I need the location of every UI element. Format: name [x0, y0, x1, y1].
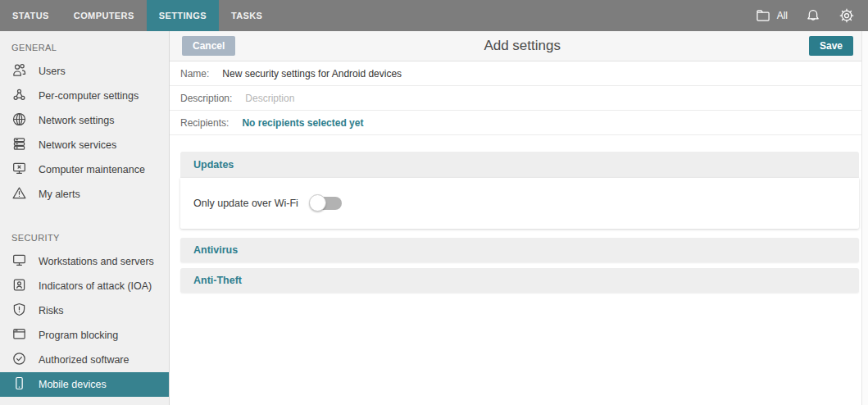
check-circle-icon	[11, 350, 28, 370]
shield-exclamation-icon	[11, 301, 28, 321]
smartphone-icon	[11, 375, 28, 394]
app-window: STATUS COMPUTERS SETTINGS TASKS All	[0, 0, 868, 405]
users-icon	[11, 61, 28, 81]
sidebar-item-per-computer-settings[interactable]: Per-computer settings	[0, 84, 169, 108]
sidebar-item-label: Workstations and servers	[39, 256, 154, 267]
description-input[interactable]	[245, 93, 868, 104]
sidebar: GENERAL Users	[0, 31, 170, 405]
folder-icon	[755, 7, 771, 24]
panel-anti-theft: Anti-Theft	[180, 268, 859, 293]
tab-status[interactable]: STATUS	[0, 0, 61, 31]
wifi-update-label: Only update over Wi-Fi	[193, 198, 298, 209]
sidebar-item-authorized-software[interactable]: Authorized software	[0, 348, 169, 372]
sidebar-item-computer-maintenance[interactable]: Computer maintenance	[0, 157, 169, 182]
tab-settings[interactable]: SETTINGS	[147, 0, 219, 31]
sidebar-item-label: Indicators of attack (IOA)	[39, 280, 152, 292]
panel-anti-theft-header[interactable]: Anti-Theft	[180, 268, 859, 293]
toggle-knob	[309, 194, 326, 212]
notifications-button[interactable]	[805, 7, 821, 24]
sidebar-item-indicators-of-attack[interactable]: Indicators of attack (IOA)	[0, 274, 169, 298]
sidebar-item-label: Authorized software	[39, 354, 129, 366]
sidebar-item-label: Program blocking	[39, 330, 118, 341]
group-filter-label: All	[777, 10, 788, 21]
sidebar-item-label: Mobile devices	[39, 379, 107, 390]
sidebar-item-mobile-devices[interactable]: Mobile devices	[0, 372, 169, 397]
recipients-link[interactable]: No recipients selected yet	[242, 117, 363, 129]
sidebar-item-label: Network settings	[39, 115, 114, 126]
panel-antivirus: Antivirus	[180, 238, 859, 262]
monitor-x-icon	[11, 160, 28, 180]
main-content: Cancel Add settings Save Name: Descripti…	[170, 31, 868, 405]
nodes-icon	[11, 86, 28, 106]
cancel-button[interactable]: Cancel	[182, 36, 235, 56]
sidebar-item-risks[interactable]: Risks	[0, 298, 169, 323]
top-nav: STATUS COMPUTERS SETTINGS TASKS All	[0, 0, 868, 31]
panel-antivirus-header[interactable]: Antivirus	[180, 238, 859, 262]
sidebar-item-label: My alerts	[39, 189, 80, 200]
name-input[interactable]	[222, 68, 868, 80]
gear-icon	[838, 7, 855, 24]
nav-right-icons: All	[755, 0, 868, 31]
panel-updates-header[interactable]: Updates	[180, 152, 859, 178]
sidebar-item-workstations-and-servers[interactable]: Workstations and servers	[0, 249, 169, 274]
sidebar-item-label: Risks	[39, 305, 64, 316]
bell-icon	[805, 7, 821, 24]
sidebar-item-network-services[interactable]: Network services	[0, 133, 169, 157]
recipients-label: Recipients:	[180, 117, 229, 129]
sidebar-section-security: SECURITY	[0, 221, 169, 249]
sidebar-item-label: Computer maintenance	[39, 164, 145, 175]
form-row-name: Name:	[170, 61, 868, 86]
panel-updates-body: Only update over Wi-Fi	[180, 178, 859, 229]
settings-menu-button[interactable]	[838, 7, 855, 24]
sidebar-item-label: Network services	[39, 139, 116, 151]
sidebar-item-network-settings[interactable]: Network settings	[0, 108, 169, 133]
save-button[interactable]: Save	[809, 36, 853, 56]
page-title: Add settings	[235, 38, 809, 54]
name-label: Name:	[180, 68, 209, 80]
settings-panels: Updates Only update over Wi-Fi Antivirus…	[170, 135, 868, 298]
monitor-icon	[11, 252, 28, 271]
form-row-recipients: Recipients: No recipients selected yet	[170, 111, 868, 135]
form-row-description: Description:	[170, 86, 868, 111]
wifi-update-toggle[interactable]	[309, 194, 343, 212]
sidebar-item-my-alerts[interactable]: My alerts	[0, 182, 169, 207]
panel-updates: Updates Only update over Wi-Fi	[180, 152, 859, 229]
sidebar-item-label: Users	[39, 66, 66, 77]
sidebar-item-users[interactable]: Users	[0, 59, 169, 84]
tab-computers[interactable]: COMPUTERS	[61, 0, 147, 31]
server-stack-icon	[11, 135, 28, 155]
id-badge-icon	[11, 276, 28, 296]
sidebar-item-program-blocking[interactable]: Program blocking	[0, 323, 169, 348]
vertical-scrollbar[interactable]	[861, 31, 868, 405]
tab-tasks[interactable]: TASKS	[219, 0, 275, 31]
group-filter-button[interactable]: All	[755, 7, 788, 24]
sidebar-section-general: GENERAL	[0, 31, 169, 59]
window-icon	[11, 325, 28, 345]
sidebar-item-label: Per-computer settings	[39, 90, 139, 102]
warning-triangle-icon	[11, 184, 28, 204]
description-label: Description:	[180, 93, 232, 104]
globe-icon	[11, 111, 28, 130]
page-header: Cancel Add settings Save	[170, 31, 868, 61]
